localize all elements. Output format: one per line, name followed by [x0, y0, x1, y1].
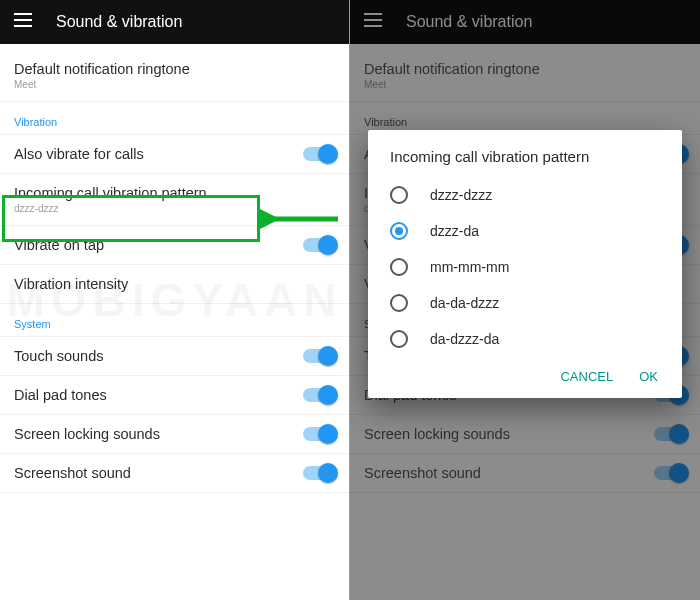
- row-subtitle: dzzz-dzzz: [14, 203, 335, 214]
- row-label: Touch sounds: [14, 348, 303, 364]
- option-dzzz-dzzz[interactable]: dzzz-dzzz: [390, 177, 660, 213]
- row-label: Dial pad tones: [14, 387, 303, 403]
- radio-icon: [390, 258, 408, 276]
- ok-button[interactable]: OK: [639, 369, 658, 384]
- appbar-title: Sound & vibration: [56, 13, 182, 31]
- row-vibrate-tap[interactable]: Vibrate on tap: [0, 226, 349, 265]
- row-vibrate-calls[interactable]: Also vibrate for calls: [0, 135, 349, 174]
- option-dzzz-da[interactable]: dzzz-da: [390, 213, 660, 249]
- dialog-title: Incoming call vibration pattern: [390, 148, 660, 165]
- row-label: Vibration intensity: [14, 276, 335, 292]
- row-lock-sounds[interactable]: Screen locking sounds: [0, 415, 349, 454]
- row-label: Also vibrate for calls: [14, 146, 303, 162]
- option-label: da-da-dzzz: [430, 295, 499, 311]
- settings-list: Default notification ringtone Meet Vibra…: [0, 44, 349, 493]
- radio-icon: [390, 294, 408, 312]
- row-touch-sounds[interactable]: Touch sounds: [0, 337, 349, 376]
- option-da-da-dzzz[interactable]: da-da-dzzz: [390, 285, 660, 321]
- option-label: mm-mm-mm: [430, 259, 509, 275]
- menu-icon[interactable]: [14, 13, 32, 31]
- radio-icon: [390, 186, 408, 204]
- dialog-vibration-pattern: Incoming call vibration pattern dzzz-dzz…: [368, 130, 682, 398]
- radio-icon: [390, 222, 408, 240]
- section-vibration: Vibration: [0, 102, 349, 135]
- option-label: dzzz-da: [430, 223, 479, 239]
- section-system: System: [0, 304, 349, 337]
- option-mm-mm-mm[interactable]: mm-mm-mm: [390, 249, 660, 285]
- switch-touch-sounds[interactable]: [303, 349, 335, 363]
- cancel-button[interactable]: CANCEL: [560, 369, 613, 384]
- row-subtitle: Meet: [14, 79, 335, 90]
- row-incoming-pattern[interactable]: Incoming call vibration pattern dzzz-dzz…: [0, 174, 349, 226]
- row-screenshot-sound[interactable]: Screenshot sound: [0, 454, 349, 493]
- option-da-dzzz-da[interactable]: da-dzzz-da: [390, 321, 660, 357]
- row-label: Default notification ringtone: [14, 61, 335, 77]
- right-screenshot: Sound & vibration Default notification r…: [350, 0, 700, 600]
- switch-vibrate-calls[interactable]: [303, 147, 335, 161]
- row-label: Screen locking sounds: [14, 426, 303, 442]
- left-screenshot: Sound & vibration Default notification r…: [0, 0, 350, 600]
- switch-lock-sounds[interactable]: [303, 427, 335, 441]
- row-label: Screenshot sound: [14, 465, 303, 481]
- row-default-ringtone[interactable]: Default notification ringtone Meet: [0, 50, 349, 102]
- row-label: Incoming call vibration pattern: [14, 185, 335, 201]
- switch-screenshot-sound[interactable]: [303, 466, 335, 480]
- row-vibration-intensity[interactable]: Vibration intensity: [0, 265, 349, 304]
- appbar: Sound & vibration: [0, 0, 349, 44]
- row-dial-pad[interactable]: Dial pad tones: [0, 376, 349, 415]
- switch-dial-pad[interactable]: [303, 388, 335, 402]
- row-label: Vibrate on tap: [14, 237, 303, 253]
- radio-icon: [390, 330, 408, 348]
- option-label: da-dzzz-da: [430, 331, 499, 347]
- option-label: dzzz-dzzz: [430, 187, 492, 203]
- switch-vibrate-tap[interactable]: [303, 238, 335, 252]
